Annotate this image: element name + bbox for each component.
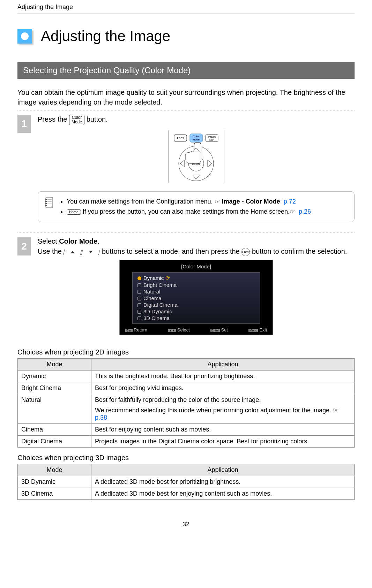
down-button-icon <box>81 249 101 255</box>
step-number: 2 <box>17 237 31 255</box>
note-line-1: You can make settings from the Configura… <box>67 197 311 207</box>
page-number: 32 <box>17 521 355 528</box>
colormode-label: Color <box>193 135 199 138</box>
table-row: DynamicThis is the brightest mode. Best … <box>18 370 355 382</box>
title-row: Adjusting the Image <box>17 28 355 45</box>
enter-button-icon: Enter <box>241 248 250 256</box>
step-number: 1 <box>17 115 31 133</box>
lens-label: Lens <box>177 136 184 140</box>
step1-text-before: Press the <box>38 115 69 123</box>
note-box: You can make settings from the Configura… <box>38 191 355 222</box>
link-p38[interactable]: p.38 <box>95 414 107 421</box>
table-row: 3D CinemaA dedicated 3D mode best for en… <box>18 488 355 499</box>
imageenh-label: Image <box>208 135 216 138</box>
th-mode: Mode <box>18 358 91 370</box>
menu-item: 3D Dynamic <box>133 308 260 315</box>
menu-item: Natural <box>133 288 260 295</box>
menu-item: Bright Cinema <box>133 282 260 288</box>
menu-foot-return: EscReturn <box>125 327 147 333</box>
svg-rect-13 <box>45 205 47 206</box>
running-head: Adjusting the Image <box>17 0 355 14</box>
pointer-icon: ☞ <box>215 198 222 205</box>
link-p26[interactable]: p.26 <box>299 208 311 215</box>
th-mode: Mode <box>18 464 91 476</box>
page-title: Adjusting the Image <box>41 28 170 45</box>
svg-text:Enh: Enh <box>209 138 214 142</box>
table3d-caption: Choices when projecting 3D images <box>17 454 355 462</box>
note-icon <box>44 197 54 208</box>
table2d-caption: Choices when projecting 2D images <box>17 348 355 356</box>
svg-rect-11 <box>45 201 47 202</box>
up-button-icon <box>63 249 82 255</box>
menu-item: Digital Cinema <box>133 301 260 308</box>
menu-item: Dynamic ⟳ <box>133 275 260 282</box>
color-mode-button-icon: Color Mode <box>69 115 84 125</box>
intro-paragraph: You can obtain the optimum image quality… <box>17 87 355 107</box>
th-app: Application <box>91 358 355 370</box>
menu-foot-exit: MenuExit <box>248 327 267 333</box>
table-row: NaturalBest for faithfully reproducing t… <box>18 394 355 423</box>
home-button-icon: Home <box>67 209 81 215</box>
link-p72[interactable]: p.72 <box>284 198 296 205</box>
menu-item: Cinema <box>133 295 260 301</box>
pointer-icon: ☞ <box>290 208 295 215</box>
th-app: Application <box>91 464 355 476</box>
step-1: 1 Press the Color Mode button. Enter Len… <box>17 115 355 229</box>
note-line-2: Home If you press the button, you can al… <box>67 207 311 217</box>
menu-item: 3D Cinema <box>133 315 260 321</box>
svg-text:Mode: Mode <box>193 138 200 141</box>
table-2d-modes: Mode Application DynamicThis is the brig… <box>17 358 355 448</box>
table-row: CinemaBest for enjoying content such as … <box>18 423 355 435</box>
bullet-icon <box>17 29 32 44</box>
menu-screenshot: [Color Mode] Dynamic ⟳Bright CinemaNatur… <box>119 260 273 335</box>
separator <box>17 232 355 233</box>
table-row: 3D DynamicA dedicated 3D mode best for p… <box>18 476 355 488</box>
svg-rect-10 <box>45 199 47 200</box>
remote-figure: Enter Lens Color Mode Image Enh <box>38 130 355 184</box>
step-2: 2 Select Color Mode. Use the buttons to … <box>17 237 355 342</box>
separator <box>17 110 355 110</box>
table-row: Bright CinemaBest for projecting vivid i… <box>18 382 355 394</box>
step1-text-after: button. <box>87 115 108 123</box>
table-row: Digital CinemaProjects images in the Dig… <box>18 435 355 447</box>
table-3d-modes: Mode Application 3D DynamicA dedicated 3… <box>17 464 355 500</box>
menu-foot-set: EnterSet <box>210 327 228 333</box>
section-heading: Selecting the Projection Quality (Color … <box>17 62 355 79</box>
menu-title: [Color Mode] <box>121 261 271 271</box>
menu-foot-select: ▲▼Select <box>168 327 190 333</box>
svg-rect-12 <box>45 203 47 204</box>
